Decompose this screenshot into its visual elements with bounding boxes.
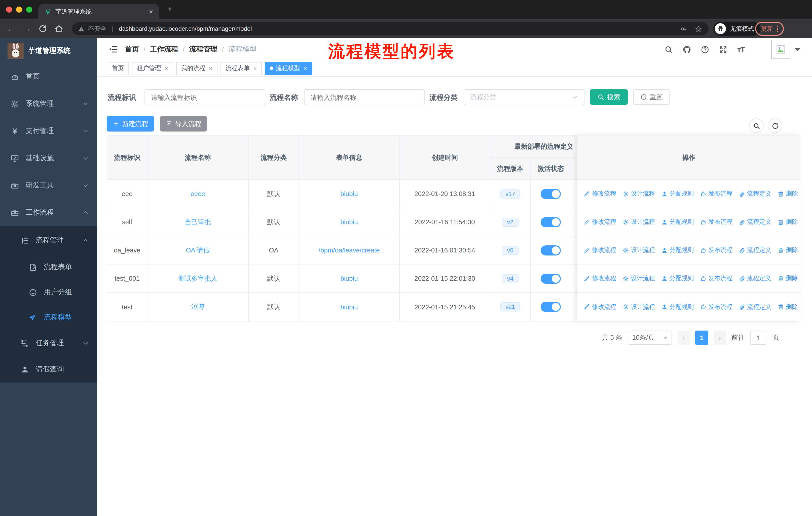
design-process-link[interactable]: 设计流程	[623, 246, 655, 254]
active-toggle[interactable]	[541, 273, 561, 283]
maximize-window-button[interactable]	[26, 6, 32, 12]
current-page-button[interactable]: 1	[695, 331, 708, 345]
cell-form-link[interactable]: biubiu	[299, 265, 400, 292]
cell-name-link[interactable]: 测试多审批人	[147, 265, 249, 292]
cell-form-link[interactable]: /bpm/oa/leave/create	[299, 236, 400, 264]
publish-process-link[interactable]: 发布流程	[700, 189, 732, 198]
active-toggle[interactable]	[541, 217, 561, 227]
process-definition-link[interactable]: 流程定义	[739, 189, 771, 198]
modify-process-link[interactable]: 修改流程	[584, 274, 616, 283]
tag-close-icon[interactable]: ×	[253, 65, 257, 72]
process-definition-link[interactable]: 流程定义	[739, 218, 771, 226]
design-process-link[interactable]: 设计流程	[623, 218, 655, 226]
cell-form-link[interactable]: biubiu	[299, 208, 400, 236]
new-tab-button[interactable]: +	[167, 3, 173, 15]
sidebar-item-user-group[interactable]: 用户分组	[0, 280, 97, 305]
create-process-button[interactable]: 新建流程	[107, 116, 154, 132]
publish-process-link[interactable]: 发布流程	[700, 303, 732, 311]
breadcrumb-item[interactable]: 流程管理	[189, 45, 218, 54]
delete-link[interactable]: 删除	[778, 303, 798, 311]
sidebar-item-process-management[interactable]: 流程管理	[0, 226, 97, 254]
reset-button[interactable]: 重置	[633, 89, 670, 105]
back-icon[interactable]: ←	[6, 24, 15, 33]
breadcrumb-item[interactable]: 工作流程	[150, 45, 178, 54]
design-process-link[interactable]: 设计流程	[623, 303, 655, 311]
close-window-button[interactable]	[6, 6, 12, 12]
hide-search-button[interactable]	[749, 118, 764, 133]
font-size-icon[interactable]: тT	[737, 45, 745, 54]
tag-close-icon[interactable]: ×	[165, 65, 168, 72]
assign-rule-link[interactable]: 分配规则	[662, 218, 694, 226]
tag-close-icon[interactable]: ×	[209, 65, 212, 72]
sidebar-item-workflow[interactable]: 工作流程	[0, 199, 97, 226]
avatar-caret-down-icon[interactable]	[795, 48, 800, 51]
assign-rule-link[interactable]: 分配规则	[662, 189, 694, 198]
user-avatar[interactable]	[771, 40, 790, 59]
process-key-input[interactable]	[144, 89, 265, 105]
publish-process-link[interactable]: 发布流程	[700, 274, 732, 283]
browser-tab[interactable]: 芋道管理系统 ×	[38, 4, 159, 19]
home-icon[interactable]	[54, 24, 63, 33]
process-definition-link[interactable]: 流程定义	[739, 274, 771, 283]
sidebar-item-system[interactable]: 系统管理	[0, 90, 97, 117]
tag-close-icon[interactable]: ×	[303, 65, 307, 72]
reload-icon[interactable]	[38, 24, 47, 33]
sidebar-item-payment[interactable]: ¥ 支付管理	[0, 117, 97, 145]
cell-name-link[interactable]: 自己审批	[147, 208, 249, 236]
sidebar-item-infra[interactable]: 基础设施	[0, 145, 97, 172]
sidebar-item-leave-query[interactable]: 请假查询	[0, 356, 97, 382]
github-icon[interactable]	[683, 45, 691, 54]
next-page-button[interactable]: ›	[714, 331, 726, 345]
delete-link[interactable]: 删除	[778, 246, 798, 254]
active-toggle[interactable]	[541, 302, 561, 312]
tag-home[interactable]: 首页	[107, 62, 129, 75]
help-icon[interactable]	[701, 45, 709, 54]
minimize-window-button[interactable]	[16, 6, 22, 12]
modify-process-link[interactable]: 修改流程	[584, 303, 616, 311]
process-definition-link[interactable]: 流程定义	[739, 303, 771, 311]
assign-rule-link[interactable]: 分配规则	[662, 303, 694, 311]
modify-process-link[interactable]: 修改流程	[584, 189, 616, 198]
delete-link[interactable]: 删除	[778, 274, 798, 283]
cell-name-link[interactable]: 滔博	[147, 293, 249, 321]
category-select[interactable]: 流程分类	[464, 89, 584, 105]
sidebar-item-process-form[interactable]: 流程表单	[0, 254, 97, 280]
publish-process-link[interactable]: 发布流程	[700, 246, 732, 254]
sidebar-item-devtools[interactable]: 研发工具	[0, 172, 97, 199]
modify-process-link[interactable]: 修改流程	[584, 218, 616, 226]
fullscreen-icon[interactable]	[719, 45, 728, 54]
process-definition-link[interactable]: 流程定义	[739, 246, 771, 254]
tag-process-form[interactable]: 流程表单×	[221, 62, 262, 75]
modify-process-link[interactable]: 修改流程	[584, 246, 616, 254]
sidebar-item-home[interactable]: 首页	[0, 63, 97, 90]
tab-close-icon[interactable]: ×	[149, 8, 153, 15]
sidebar-item-task-management[interactable]: 任务管理	[0, 330, 97, 356]
forward-icon[interactable]: →	[22, 24, 31, 33]
collapse-sidebar-icon[interactable]	[109, 45, 118, 54]
assign-rule-link[interactable]: 分配规则	[662, 274, 694, 283]
design-process-link[interactable]: 设计流程	[623, 274, 655, 283]
design-process-link[interactable]: 设计流程	[623, 189, 655, 198]
page-size-select[interactable]: 10条/页	[628, 331, 672, 345]
publish-process-link[interactable]: 发布流程	[700, 218, 732, 226]
assign-rule-link[interactable]: 分配规则	[662, 246, 694, 254]
active-toggle[interactable]	[541, 245, 561, 255]
prev-page-button[interactable]: ‹	[677, 331, 690, 345]
tag-tenant[interactable]: 租户管理×	[132, 62, 173, 75]
cell-form-link[interactable]: biubiu	[299, 293, 400, 321]
process-name-input[interactable]	[304, 89, 425, 105]
browser-update-menu-button[interactable]: 更新	[755, 22, 784, 36]
breadcrumb-item[interactable]: 首页	[125, 45, 139, 54]
goto-page-input[interactable]: 1	[750, 331, 767, 345]
delete-link[interactable]: 删除	[778, 218, 798, 226]
delete-link[interactable]: 删除	[778, 189, 798, 198]
search-icon[interactable]	[665, 45, 673, 54]
tag-my-process[interactable]: 我的流程×	[176, 62, 218, 75]
import-process-button[interactable]: 导入流程	[160, 116, 207, 132]
search-button[interactable]: 搜索	[590, 89, 628, 105]
cell-name-link[interactable]: OA 请假	[147, 236, 249, 264]
refresh-table-button[interactable]	[768, 118, 782, 133]
cell-form-link[interactable]: biubiu	[299, 180, 400, 208]
active-toggle[interactable]	[541, 189, 561, 199]
sidebar-item-process-model[interactable]: 流程模型	[0, 305, 97, 330]
